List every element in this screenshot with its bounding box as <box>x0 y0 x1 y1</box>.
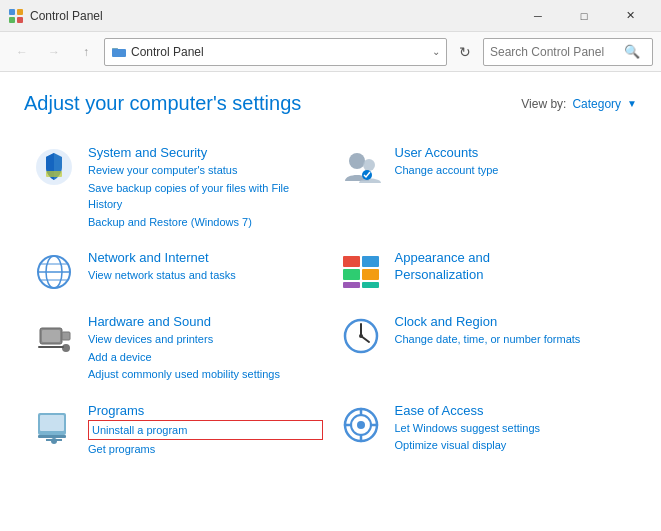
svg-point-30 <box>359 334 363 338</box>
svg-rect-0 <box>9 9 15 15</box>
programs-text: Programs Uninstall a program Get program… <box>88 403 323 458</box>
user-accounts-icon <box>339 145 383 189</box>
ease-of-access-title[interactable]: Ease of Access <box>395 403 630 418</box>
network-internet-icon <box>32 250 76 294</box>
search-icon[interactable]: 🔍 <box>624 44 640 59</box>
hardware-sound-item[interactable]: Hardware and Sound View devices and prin… <box>24 304 331 393</box>
svg-point-8 <box>349 153 365 169</box>
address-box[interactable]: Control Panel ⌄ <box>104 38 447 66</box>
clock-region-link-0[interactable]: Change date, time, or number formats <box>395 331 630 348</box>
svg-rect-1 <box>17 9 23 15</box>
back-button[interactable]: ← <box>8 38 36 66</box>
addressbar: ← → ↑ Control Panel ⌄ ↻ 🔍 <box>0 32 661 72</box>
network-internet-item[interactable]: Network and Internet View network status… <box>24 240 331 304</box>
appearance-title[interactable]: Appearance and <box>395 250 630 265</box>
svg-rect-5 <box>112 49 126 57</box>
search-box[interactable]: 🔍 <box>483 38 653 66</box>
clock-region-item[interactable]: Clock and Region Change date, time, or n… <box>331 304 638 393</box>
ease-of-access-item[interactable]: Ease of Access Let Windows suggest setti… <box>331 393 638 468</box>
items-grid: System and Security Review your computer… <box>24 135 637 468</box>
appearance-icon <box>339 250 383 294</box>
system-security-links: Review your computer's status Save backu… <box>88 162 323 230</box>
clock-region-text: Clock and Region Change date, time, or n… <box>395 314 630 348</box>
svg-point-25 <box>62 344 70 352</box>
ease-of-access-link-1[interactable]: Optimize visual display <box>395 437 630 454</box>
programs-link-0[interactable]: Uninstall a program <box>88 420 323 441</box>
appearance-item[interactable]: Appearance and Personalization <box>331 240 638 304</box>
ease-of-access-links: Let Windows suggest settings Optimize vi… <box>395 420 630 454</box>
ease-of-access-link-0[interactable]: Let Windows suggest settings <box>395 420 630 437</box>
system-security-link-2[interactable]: Backup and Restore (Windows 7) <box>88 214 323 231</box>
refresh-button[interactable]: ↻ <box>451 38 479 66</box>
system-security-link-1[interactable]: Save backup copies of your files with Fi… <box>88 180 323 213</box>
user-accounts-item[interactable]: User Accounts Change account type <box>331 135 638 240</box>
svg-rect-26 <box>38 346 64 348</box>
app-icon <box>8 8 24 24</box>
programs-title[interactable]: Programs <box>88 403 323 418</box>
programs-links: Uninstall a program Get programs <box>88 420 323 458</box>
svg-rect-24 <box>62 332 70 340</box>
hardware-sound-link-2[interactable]: Adjust commonly used mobility settings <box>88 366 323 383</box>
hardware-sound-links: View devices and printers Add a device A… <box>88 331 323 383</box>
page-title: Adjust your computer's settings <box>24 92 301 115</box>
maximize-button[interactable]: □ <box>561 0 607 32</box>
user-accounts-links: Change account type <box>395 162 630 179</box>
svg-rect-17 <box>362 256 379 267</box>
clock-region-links: Change date, time, or number formats <box>395 331 630 348</box>
system-security-title[interactable]: System and Security <box>88 145 323 160</box>
svg-rect-18 <box>343 269 360 280</box>
titlebar-title: Control Panel <box>30 9 103 23</box>
svg-rect-35 <box>46 439 62 441</box>
svg-rect-32 <box>40 415 64 431</box>
hardware-sound-icon <box>32 314 76 358</box>
appearance-title2[interactable]: Personalization <box>395 267 630 282</box>
forward-button[interactable]: → <box>40 38 68 66</box>
clock-region-icon <box>339 314 383 358</box>
svg-rect-33 <box>38 435 66 438</box>
viewby: View by: Category ▼ <box>521 97 637 111</box>
hardware-sound-title[interactable]: Hardware and Sound <box>88 314 323 329</box>
appearance-text: Appearance and Personalization <box>395 250 630 284</box>
system-security-link-0[interactable]: Review your computer's status <box>88 162 323 179</box>
network-internet-title[interactable]: Network and Internet <box>88 250 323 265</box>
chevron-down-icon[interactable]: ▼ <box>627 98 637 109</box>
titlebar-left: Control Panel <box>8 8 103 24</box>
folder-icon <box>111 44 127 60</box>
hardware-sound-link-0[interactable]: View devices and printers <box>88 331 323 348</box>
system-security-item[interactable]: System and Security Review your computer… <box>24 135 331 240</box>
programs-link-1[interactable]: Get programs <box>88 441 323 458</box>
viewby-value[interactable]: Category <box>572 97 621 111</box>
svg-point-38 <box>357 421 365 429</box>
search-input[interactable] <box>490 45 620 59</box>
svg-point-9 <box>363 159 375 171</box>
user-accounts-title[interactable]: User Accounts <box>395 145 630 160</box>
svg-rect-21 <box>362 282 379 288</box>
viewby-label: View by: <box>521 97 566 111</box>
hardware-sound-link-1[interactable]: Add a device <box>88 349 323 366</box>
svg-rect-19 <box>362 269 379 280</box>
main-content: Adjust your computer's settings View by:… <box>0 72 661 488</box>
ease-of-access-icon <box>339 403 383 447</box>
system-security-text: System and Security Review your computer… <box>88 145 323 230</box>
hardware-sound-text: Hardware and Sound View devices and prin… <box>88 314 323 383</box>
svg-rect-16 <box>343 256 360 267</box>
minimize-button[interactable]: ─ <box>515 0 561 32</box>
close-button[interactable]: ✕ <box>607 0 653 32</box>
programs-item[interactable]: Programs Uninstall a program Get program… <box>24 393 331 468</box>
svg-rect-23 <box>42 330 60 342</box>
svg-rect-3 <box>17 17 23 23</box>
network-internet-link-0[interactable]: View network status and tasks <box>88 267 323 284</box>
svg-rect-20 <box>343 282 360 288</box>
user-accounts-link-0[interactable]: Change account type <box>395 162 630 179</box>
up-button[interactable]: ↑ <box>72 38 100 66</box>
page-header: Adjust your computer's settings View by:… <box>24 92 637 115</box>
clock-region-title[interactable]: Clock and Region <box>395 314 630 329</box>
ease-of-access-text: Ease of Access Let Windows suggest setti… <box>395 403 630 454</box>
chevron-down-icon: ⌄ <box>432 46 440 57</box>
svg-rect-2 <box>9 17 15 23</box>
svg-rect-7 <box>46 171 62 177</box>
network-internet-links: View network status and tasks <box>88 267 323 284</box>
programs-icon <box>32 403 76 447</box>
titlebar: Control Panel ─ □ ✕ <box>0 0 661 32</box>
titlebar-controls: ─ □ ✕ <box>515 0 653 32</box>
